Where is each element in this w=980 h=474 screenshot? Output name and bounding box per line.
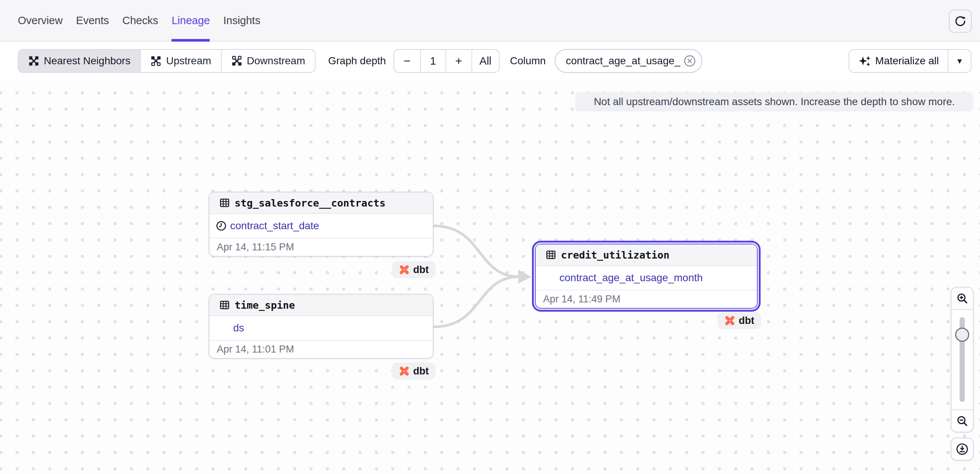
dbt-badge-label: dbt: [413, 264, 429, 276]
materialize-split-button: Materialize all ▾: [849, 49, 972, 73]
zoom-in-icon: [956, 292, 969, 305]
depth-notice: Not all upstream/downstream assets shown…: [575, 92, 973, 112]
refresh-button[interactable]: [949, 10, 972, 33]
clear-column-filter-icon[interactable]: [683, 54, 697, 68]
column-name: ds: [233, 322, 244, 334]
clock-icon: [215, 220, 227, 232]
view-mode-upstream[interactable]: Upstream: [140, 50, 221, 72]
dbt-badge: dbt: [392, 362, 436, 380]
table-icon: [219, 197, 230, 208]
lineage-toolbar: Nearest Neighbors Upstream: [0, 41, 980, 80]
asset-node-credit-utilization[interactable]: credit_utilization contract_age_at_usage…: [535, 244, 758, 309]
table-icon: [219, 299, 230, 311]
upstream-icon: [150, 55, 161, 67]
tab-label: Lineage: [172, 14, 210, 27]
zoom-out-icon: [956, 415, 969, 427]
tab-events[interactable]: Events: [76, 0, 109, 41]
graph-depth-label: Graph depth: [328, 55, 386, 67]
zoom-controls: [951, 287, 974, 433]
download-icon: [956, 442, 969, 456]
column-name: contract_age_at_usage_month: [559, 272, 703, 284]
depth-value: 1: [420, 50, 445, 72]
column-label: Column: [510, 55, 546, 67]
lineage-canvas[interactable]: Not all upstream/downstream assets shown…: [0, 80, 980, 474]
view-mode-label: Upstream: [166, 55, 211, 67]
tab-label: Checks: [123, 14, 159, 27]
dbt-logo-icon: [399, 264, 410, 275]
materialize-dropdown-button[interactable]: ▾: [948, 50, 971, 72]
zoom-out-button[interactable]: [951, 409, 973, 432]
view-mode-label: Nearest Neighbors: [44, 55, 130, 67]
column-row[interactable]: contract_age_at_usage_month: [536, 266, 757, 290]
chevron-down-icon: ▾: [957, 56, 962, 66]
dbt-logo-icon: [399, 365, 410, 377]
asset-timestamp: Apr 14, 11:01 PM: [209, 340, 433, 358]
dbt-badge-label: dbt: [739, 315, 754, 327]
asset-node-header: stg_salesforce__contracts: [209, 192, 433, 214]
view-mode-downstream[interactable]: Downstream: [221, 50, 315, 72]
column-row[interactable]: ds: [209, 316, 433, 340]
asset-node-header: time_spine: [209, 295, 433, 316]
tab-checks[interactable]: Checks: [123, 0, 159, 41]
nearest-neighbors-icon: [28, 55, 39, 67]
zoom-in-button[interactable]: [951, 287, 973, 310]
column-name: contract_start_date: [230, 220, 319, 232]
lineage-edges: [0, 80, 980, 474]
asset-node-stg-salesforce-contracts[interactable]: stg_salesforce__contracts contract_start…: [208, 192, 434, 257]
graph-depth-stepper: − 1 + All: [393, 49, 500, 73]
view-mode-toggle: Nearest Neighbors Upstream: [18, 49, 315, 73]
materialize-all-label: Materialize all: [875, 55, 939, 67]
tab-label: Events: [76, 14, 109, 27]
zoom-slider-thumb[interactable]: [955, 328, 969, 342]
tab-insights[interactable]: Insights: [223, 0, 260, 41]
tab-lineage[interactable]: Lineage: [172, 0, 210, 41]
table-icon: [545, 249, 557, 260]
zoom-slider[interactable]: [951, 310, 973, 409]
dbt-logo-icon: [724, 315, 735, 326]
downstream-icon: [231, 55, 242, 67]
view-mode-nearest-neighbors[interactable]: Nearest Neighbors: [19, 50, 140, 72]
tab-bar: Overview Events Checks Lineage Insights: [0, 0, 980, 41]
column-filter-chip[interactable]: contract_age_at_usage_: [555, 49, 702, 73]
depth-decrement-button[interactable]: −: [394, 50, 420, 72]
asset-title: credit_utilization: [561, 249, 670, 261]
asset-title: stg_salesforce__contracts: [235, 197, 385, 209]
asset-node-time-spine[interactable]: time_spine ds Apr 14, 11:01 PM: [208, 294, 434, 359]
dbt-badge: dbt: [392, 261, 436, 278]
depth-increment-button[interactable]: +: [445, 50, 471, 72]
refresh-icon: [954, 15, 967, 27]
column-filter-value: contract_age_at_usage_: [566, 55, 680, 67]
column-row[interactable]: contract_start_date: [209, 214, 433, 238]
materialize-all-button[interactable]: Materialize all: [850, 50, 948, 72]
view-mode-label: Downstream: [247, 55, 305, 67]
download-view-button[interactable]: [951, 437, 974, 461]
tab-label: Overview: [18, 14, 63, 27]
tab-label: Insights: [223, 14, 260, 27]
asset-node-header: credit_utilization: [536, 244, 757, 266]
sparkles-icon: [858, 54, 871, 67]
depth-all-button[interactable]: All: [471, 50, 499, 72]
dbt-badge: dbt: [718, 312, 761, 329]
asset-title: time_spine: [235, 299, 295, 311]
asset-timestamp: Apr 14, 11:15 PM: [209, 238, 433, 256]
asset-timestamp: Apr 14, 11:49 PM: [536, 290, 757, 308]
dbt-badge-label: dbt: [413, 365, 429, 377]
tab-overview[interactable]: Overview: [18, 0, 63, 41]
